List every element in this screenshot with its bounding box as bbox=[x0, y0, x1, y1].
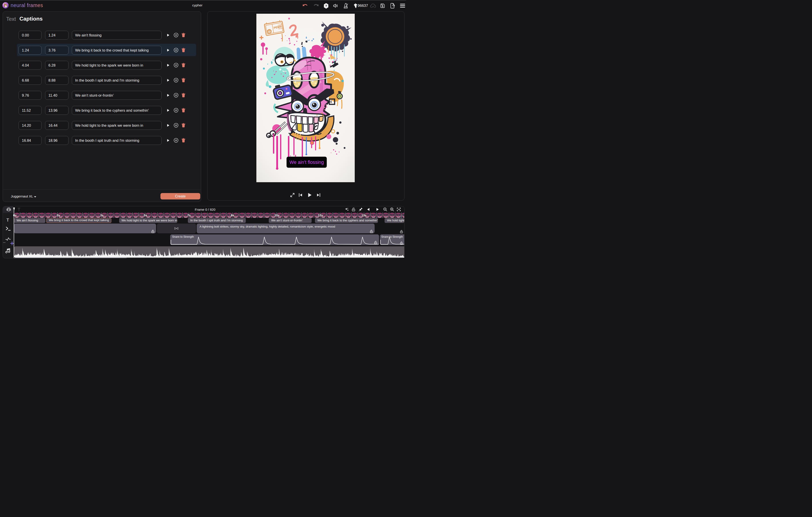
svg-text:We ain't flossing: We ain't flossing bbox=[290, 160, 324, 165]
svg-text:?: ? bbox=[325, 4, 327, 8]
